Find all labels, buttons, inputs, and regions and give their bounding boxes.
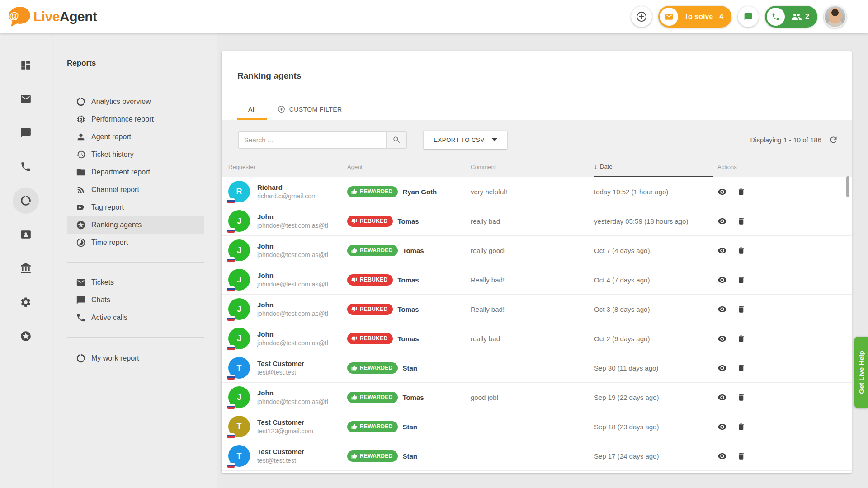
view-button[interactable] [717,216,727,226]
chip-icon [76,114,86,124]
add-button[interactable] [631,6,652,27]
menu-item-tickets[interactable]: Tickets [67,273,204,291]
delete-button[interactable] [737,246,745,255]
delete-button[interactable] [737,364,745,372]
ranking-agents-card: Ranking agents All CUSTOM FILTER EXPORT … [222,51,852,473]
rail-item-upgrade[interactable] [0,319,52,353]
column-header-requester[interactable]: Requester [228,157,347,177]
menu-item-my-work-report[interactable]: My work report [67,349,204,367]
search-button[interactable] [386,132,406,148]
table-row[interactable]: J John johndoe@test.com,as@tl REBUKED To… [222,324,852,353]
view-button[interactable] [717,393,727,402]
requester-email: johndoe@test.com,as@tl [257,222,328,229]
delete-button[interactable] [737,188,745,196]
menu-item-active-calls[interactable]: Active calls [67,309,204,326]
rail-item-calls[interactable] [0,150,52,183]
search-input[interactable] [239,132,386,148]
actions-cell [717,305,852,314]
tab-custom-filter[interactable]: CUSTOM FILTER [267,99,353,120]
delete-button[interactable] [737,217,745,225]
menu-item-performance-report[interactable]: Performance report [67,110,204,128]
trash-icon [737,188,745,196]
view-button[interactable] [717,246,727,255]
thumb-icon [351,365,357,371]
table-row[interactable]: R Richard richard.c@gmail.com REWARDED R… [222,177,852,206]
table-scrollbar-thumb[interactable] [846,176,849,197]
view-button[interactable] [717,305,727,314]
rail-item-tickets[interactable] [0,82,52,116]
folder-icon [76,167,86,177]
rating-badge: REWARDED [347,245,398,256]
chat-bubble-icon [744,12,753,21]
column-header-comment[interactable]: Comment [471,157,594,177]
group-icon [791,11,802,22]
column-header-date-sorted[interactable]: ↓ Date [594,157,713,177]
slovakia-flag-icon [227,463,235,468]
delete-button[interactable] [737,305,745,314]
user-avatar[interactable] [824,5,846,28]
slovakia-flag-icon [227,345,235,350]
table-row[interactable]: J John johndoe@test.com,as@tl REBUKED To… [222,295,852,324]
trash-icon [737,276,745,284]
to-solve-label: To solve [684,13,713,21]
rail-item-dashboard[interactable] [0,48,52,82]
rail-item-contacts[interactable] [0,217,52,251]
requester-name: John [257,301,328,309]
view-button[interactable] [717,334,727,343]
agent-cell: REWARDED Ryan Goth [347,186,471,197]
delete-button[interactable] [737,276,745,284]
contacts-icon [20,229,32,240]
menu-item-channel-report[interactable]: Channel report [67,181,204,198]
menu-item-ticket-history[interactable]: Ticket history [67,145,204,163]
view-button[interactable] [717,187,727,197]
rail-item-settings[interactable] [0,285,52,319]
requester-cell: J John johndoe@test.com,as@tl [228,210,347,232]
menu-item-tag-report[interactable]: Tag report [67,198,204,216]
table-row[interactable]: J John johndoe@test.com,as@tl REBUKED To… [222,265,852,295]
refresh-button[interactable] [829,135,838,145]
delete-button[interactable] [737,422,745,431]
thumb-icon [351,248,357,253]
menu-item-ranking-agents[interactable]: Ranking agents [67,216,204,234]
page-title: Ranking agents [222,51,852,81]
view-button[interactable] [717,275,727,285]
table-row[interactable]: T Test Customer test@test.test REWARDED … [222,441,852,471]
agent-name: Tomas [397,276,419,284]
column-header-agent[interactable]: Agent [347,157,471,177]
phone-icon [771,12,780,21]
delete-button[interactable] [737,452,745,460]
requester-email: test@test.test [257,369,304,376]
get-live-help-tab[interactable]: Get Live Help [854,337,868,408]
to-solve-button[interactable]: To solve 4 [658,6,731,28]
menu-item-analytics-overview[interactable]: Analytics overview [67,93,204,110]
rail-item-company[interactable] [0,251,52,285]
menu-item-time-report[interactable]: Time report [67,234,204,251]
export-to-csv-button[interactable]: EXPORT TO CSV [424,131,507,149]
menu-item-agent-report[interactable]: Agent report [67,128,204,145]
delete-button[interactable] [737,393,745,402]
view-button[interactable] [717,422,727,432]
table-row[interactable]: T Test Customer test@test.test REWARDED … [222,353,852,383]
plus-circle-icon [278,105,285,113]
view-button[interactable] [717,363,727,373]
menu-item-chats[interactable]: Chats [67,291,204,309]
agent-name: Stan [402,364,417,372]
requester-name: John [257,242,328,250]
mail-icon [20,93,32,105]
delete-button[interactable] [737,334,745,343]
agent-name: Tomas [402,247,424,254]
view-button[interactable] [717,451,727,461]
agent-name: Stan [402,452,417,460]
table-row[interactable]: J John johndoe@test.com,as@tl REWARDED T… [222,383,852,412]
tab-all[interactable]: All [237,99,267,120]
reports-icon [20,195,32,206]
chats-button[interactable] [738,6,759,27]
table-row[interactable]: J John johndoe@test.com,as@tl REWARDED T… [222,236,852,265]
rail-item-chats[interactable] [0,116,52,150]
rail-item-reports[interactable] [0,183,52,217]
menu-item-department-report[interactable]: Department report [67,163,204,181]
calls-button[interactable]: 2 [765,6,817,28]
agent-cell: REBUKED Tomas [347,304,471,315]
table-row[interactable]: T Test Customer test123@gmail.com REWARD… [222,412,852,441]
table-row[interactable]: J John johndoe@test.com,as@tl REBUKED To… [222,206,852,236]
